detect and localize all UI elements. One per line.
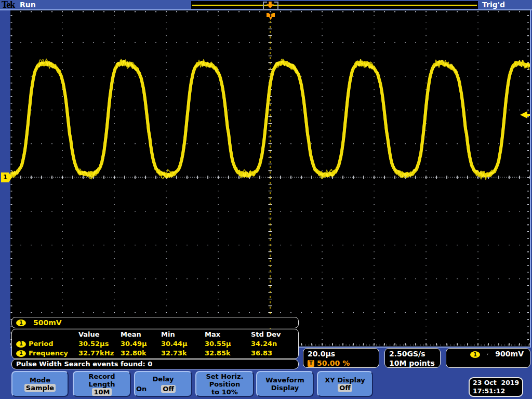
channel-readout[interactable]: 1 500mV — [11, 317, 299, 328]
waveform-display-area — [10, 10, 531, 348]
channel-scale: 500mV — [33, 318, 62, 327]
menu-button-delay[interactable]: Delay On Off — [134, 371, 192, 397]
date: 23 Oct 2019 — [473, 379, 522, 387]
menu-button-record-length[interactable]: Record Length 10M — [73, 371, 131, 397]
period-stddev: 34.24n — [251, 339, 298, 349]
rising-edge-icon — [487, 351, 488, 358]
menu-button-mode[interactable]: Mode Sample — [11, 371, 69, 397]
trigger-level-arrow-tail — [527, 114, 530, 116]
trigger-readout[interactable]: 1 900mV — [446, 348, 530, 368]
period-min: 30.44µ — [161, 339, 205, 349]
col-header-stddev: Std Dev — [251, 330, 298, 339]
measurement-row-label: 1 Period — [16, 339, 78, 349]
period-value: 30.52µs — [78, 339, 121, 349]
frequency-mean: 32.80k — [121, 349, 161, 358]
button-label: XY Display — [319, 376, 371, 384]
record-trigger-marker-icon — [267, 2, 274, 8]
ch1-badge: 1 — [16, 341, 26, 348]
trigger-position-percent: 50.00 % — [317, 358, 350, 368]
button-value: Sample — [24, 384, 56, 392]
record-view-strip[interactable] — [191, 1, 478, 9]
measurement-row-label: 1 Frequency — [16, 349, 78, 358]
zoom-bracket-left-icon — [263, 2, 267, 10]
ch1-badge: 1 — [470, 351, 480, 358]
horizontal-readout[interactable]: 20.0µs T 50.00 % — [303, 348, 379, 368]
frequency-min: 32.73k — [161, 349, 205, 358]
record-waveform-line — [192, 5, 477, 6]
button-label: to 10% — [197, 388, 252, 396]
trigger-symbol-icon: T — [308, 360, 314, 367]
menu-button-waveform-display[interactable]: Waveform Display — [256, 371, 314, 397]
trigger-level: 900mV — [495, 350, 524, 358]
frequency-value: 32.77kHz — [78, 349, 121, 358]
measurement-name: Frequency — [29, 349, 68, 358]
trigger-level-arrow-icon[interactable] — [520, 111, 527, 118]
frequency-stddev: 36.83 — [251, 349, 298, 358]
col-header-max: Max — [205, 330, 251, 339]
button-label: Mode — [14, 376, 66, 384]
sample-rate: 2.50GS/s — [389, 349, 440, 358]
button-value: Off — [338, 384, 352, 392]
datetime-box: 23 Oct 2019 17:51:12 — [469, 377, 523, 397]
delay-on-option[interactable]: On — [136, 385, 147, 393]
button-label: Set Horiz. — [197, 373, 252, 380]
search-status-bar: Pulse Width Search events found: 0 — [11, 359, 299, 369]
delay-off-option[interactable]: Off — [161, 385, 176, 393]
record-length: 10M points — [389, 358, 440, 368]
ch1-badge: 1 — [16, 350, 26, 357]
measurement-name: Period — [29, 339, 53, 349]
horizontal-scale: 20.0µs — [308, 349, 379, 358]
button-label: Display — [258, 384, 312, 392]
button-label: Position — [197, 380, 252, 388]
button-value: 10M — [92, 388, 111, 396]
tek-logo: Tek — [2, 0, 15, 10]
acquisition-status: Run — [20, 1, 36, 9]
top-status-bar: Tek Run Trig'd — [0, 0, 532, 10]
col-header-mean: Mean — [121, 330, 161, 339]
col-header-min: Min — [161, 330, 205, 339]
col-header-value: Value — [78, 330, 121, 339]
measurement-table: Value Mean Min Max Std Dev 1 Period 30.5… — [11, 329, 299, 359]
menu-button-xy-display[interactable]: XY Display Off — [317, 371, 373, 397]
button-label: Length — [75, 380, 129, 388]
zoom-bracket-right-icon — [274, 2, 278, 10]
graticule — [10, 10, 530, 347]
button-label: Record — [75, 373, 129, 380]
menu-button-set-horiz-position[interactable]: Set Horiz. Position to 10% — [195, 371, 254, 397]
trigger-status: Trig'd — [482, 1, 505, 9]
period-mean: 30.49µ — [121, 339, 161, 349]
button-label: Waveform — [258, 376, 312, 384]
ch1-badge: 1 — [16, 320, 26, 326]
button-label: Delay — [136, 375, 190, 383]
waveform-trace — [10, 62, 530, 176]
time: 17:51:12 — [473, 387, 522, 395]
period-max: 30.55µ — [205, 339, 251, 349]
frequency-max: 32.85k — [205, 349, 251, 358]
acquisition-readout[interactable]: 2.50GS/s 10M points — [384, 348, 441, 368]
